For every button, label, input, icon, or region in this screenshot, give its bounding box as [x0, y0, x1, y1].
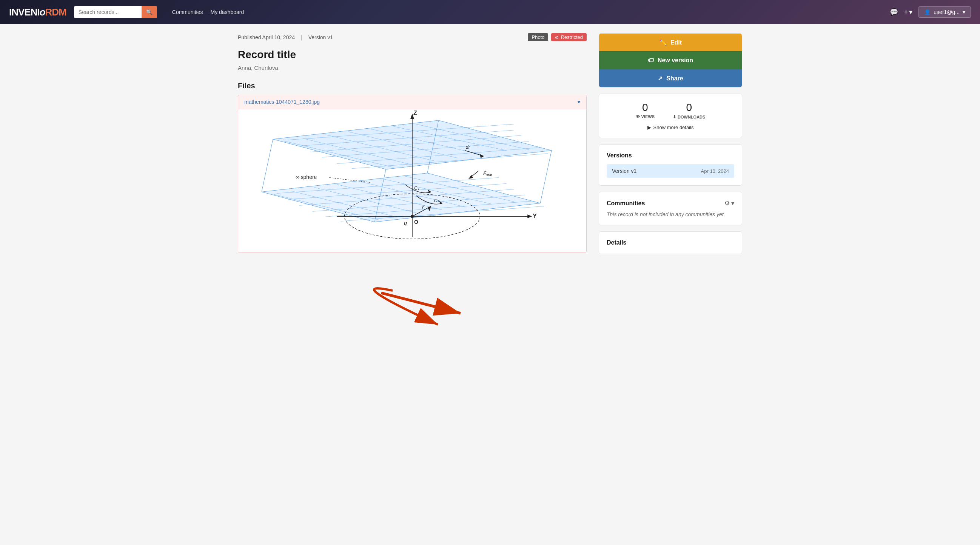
new-version-label: New version: [658, 57, 693, 64]
user-label: user1@g...: [934, 9, 959, 15]
stats-row: 0 👁 VIEWS 0 ⬇ DOWNLOADS: [607, 102, 734, 119]
file-preview: Z Y O q ∞ sphere: [238, 109, 586, 252]
notification-icon[interactable]: 💬: [890, 8, 898, 16]
nav-communities[interactable]: Communities: [172, 9, 203, 15]
share-button[interactable]: ↗ Share: [599, 69, 742, 87]
logo-o-text: o: [40, 6, 45, 18]
show-more-text: Show more details: [654, 124, 694, 130]
restricted-badge: Restricted: [551, 33, 587, 41]
nav-right: 💬 + ▾ 👤 user1@g... ▾: [890, 6, 971, 18]
versions-heading: Versions: [607, 152, 734, 159]
views-stat: 0 👁 VIEWS: [636, 102, 655, 119]
svg-text:Z: Z: [414, 110, 417, 116]
math-diagram-svg: Z Y O q ∞ sphere: [238, 109, 586, 252]
gear-icon: ⚙: [724, 200, 730, 207]
svg-text:dr: dr: [466, 144, 470, 150]
create-button[interactable]: + ▾: [904, 8, 913, 16]
svg-text:Y: Y: [533, 213, 537, 219]
photo-badge: Photo: [528, 33, 548, 41]
version-label: Version v1: [309, 34, 333, 40]
communities-settings[interactable]: ⚙ ▾: [724, 200, 734, 207]
new-version-button[interactable]: 🏷 New version: [599, 51, 742, 69]
download-icon: ⬇: [673, 114, 676, 119]
svg-text:E⃗stat: E⃗stat: [483, 171, 493, 177]
page-wrapper: Published April 10, 2024 | Version v1 Ph…: [0, 24, 980, 545]
communities-heading: Communities: [607, 200, 645, 207]
nav-dashboard[interactable]: My dashboard: [211, 9, 244, 15]
version-name: Version v1: [612, 168, 636, 174]
tag-icon: 🏷: [648, 57, 654, 64]
views-count: 0: [636, 102, 655, 114]
author: Anna, Churilova: [238, 65, 587, 71]
share-label: Share: [666, 75, 683, 82]
file-chevron-icon[interactable]: ▾: [578, 99, 580, 105]
user-icon: 👤: [924, 9, 931, 15]
record-title: Record title: [238, 49, 587, 61]
svg-line-30: [540, 151, 552, 203]
version-date: Apr 10, 2024: [701, 168, 729, 174]
nav-links: Communities My dashboard: [172, 9, 244, 15]
svg-text:C₁: C₁: [414, 186, 419, 191]
content-area: Published April 10, 2024 | Version v1 Ph…: [238, 33, 587, 254]
gear-dropdown-icon: ▾: [731, 200, 734, 207]
share-icon: ↗: [658, 75, 662, 82]
version-item[interactable]: Version v1 Apr 10, 2024: [607, 164, 734, 178]
eye-icon: 👁: [636, 114, 640, 119]
edit-button[interactable]: ✏️ Edit: [599, 33, 742, 51]
file-item: mathematics-1044071_1280.jpg ▾: [238, 95, 587, 253]
sidebar: ✏️ Edit 🏷 New version ↗ Share 0: [599, 33, 742, 254]
navbar: INVENIoRDM 🔍 Communities My dashboard 💬 …: [0, 0, 980, 24]
downloads-stat: 0 ⬇ DOWNLOADS: [673, 102, 705, 119]
show-more-details[interactable]: ▶ Show more details: [607, 124, 734, 130]
separator: |: [301, 34, 302, 40]
versions-card: Versions Version v1 Apr 10, 2024: [599, 144, 742, 186]
badges-row: Photo Restricted: [528, 33, 587, 41]
show-more-arrow: ▶: [648, 124, 651, 130]
main-container: Published April 10, 2024 | Version v1 Ph…: [226, 24, 754, 263]
published-date: Published April 10, 2024: [238, 34, 295, 40]
communities-empty-text: This record is not included in any commu…: [607, 211, 734, 218]
action-buttons: ✏️ Edit 🏷 New version ↗ Share: [599, 33, 742, 87]
details-card: Details: [599, 231, 742, 254]
file-name-link[interactable]: mathematics-1044071_1280.jpg: [244, 99, 320, 105]
svg-marker-14: [262, 173, 540, 222]
svg-text:∞ sphere: ∞ sphere: [296, 174, 317, 180]
views-label: 👁 VIEWS: [636, 114, 655, 119]
edit-label: Edit: [670, 39, 682, 46]
communities-header: Communities ⚙ ▾: [607, 200, 734, 207]
edit-icon: ✏️: [659, 39, 667, 46]
files-heading: Files: [238, 81, 587, 90]
downloads-count: 0: [673, 102, 705, 114]
logo-invenio-text: INVENI: [9, 6, 40, 18]
user-menu-button[interactable]: 👤 user1@g... ▾: [918, 6, 971, 18]
files-section: Files mathematics-1044071_1280.jpg ▾: [238, 81, 587, 253]
svg-text:C₂: C₂: [434, 198, 440, 203]
communities-card: Communities ⚙ ▾ This record is not inclu…: [599, 192, 742, 225]
search-bar: 🔍: [74, 6, 157, 18]
svg-line-28: [262, 139, 273, 192]
logo-rdm-text: RDM: [45, 6, 67, 18]
search-input[interactable]: [74, 6, 142, 18]
svg-text:O: O: [414, 219, 418, 225]
details-heading: Details: [607, 239, 734, 246]
downloads-label: ⬇ DOWNLOADS: [673, 114, 705, 119]
svg-text:q: q: [404, 220, 407, 226]
meta-row: Published April 10, 2024 | Version v1 Ph…: [238, 33, 587, 41]
user-dropdown-icon: ▾: [963, 9, 965, 15]
svg-marker-36: [527, 215, 532, 218]
file-header: mathematics-1044071_1280.jpg ▾: [238, 95, 586, 109]
search-button[interactable]: 🔍: [142, 6, 157, 18]
stats-card: 0 👁 VIEWS 0 ⬇ DOWNLOADS: [599, 94, 742, 138]
logo[interactable]: INVENIoRDM: [9, 6, 67, 18]
